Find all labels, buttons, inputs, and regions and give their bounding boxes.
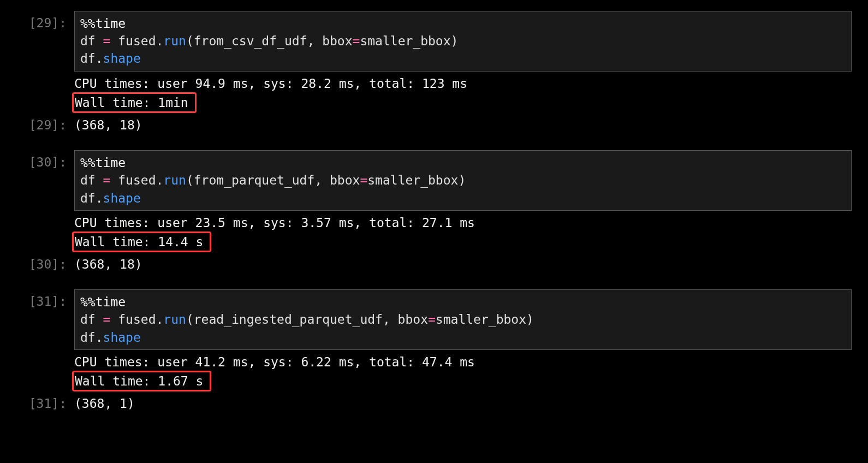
code-text: df (80, 173, 103, 187)
code-text: (from_parquet_udf, bbox (186, 173, 360, 187)
notebook-cell-group: [29]: %%time df = fused.run(from_csv_df_… (16, 11, 852, 134)
notebook-cell-group: [31]: %%time df = fused.run(read_ingeste… (16, 289, 852, 412)
code-text: fused. (110, 173, 163, 187)
operator: = (103, 173, 111, 187)
wall-time-line: Wall time: 1min (75, 96, 188, 110)
stdout-text: CPU times: user 23.5 ms, sys: 3.57 ms, t… (74, 214, 852, 252)
output-prompt: [30]: (16, 256, 74, 273)
code-input[interactable]: %%time df = fused.run(from_csv_df_udf, b… (74, 11, 852, 72)
stdout-row: CPU times: user 23.5 ms, sys: 3.57 ms, t… (16, 214, 852, 252)
code-text: df. (80, 191, 103, 205)
code-text: df. (80, 51, 103, 66)
code-input[interactable]: %%time df = fused.run(read_ingested_parq… (74, 289, 852, 350)
code-input-row: [29]: %%time df = fused.run(from_csv_df_… (16, 11, 852, 72)
cell-result: (368, 18) (74, 256, 852, 273)
cpu-times-line: CPU times: user 23.5 ms, sys: 3.57 ms, t… (74, 216, 475, 230)
stdout-text: CPU times: user 41.2 ms, sys: 6.22 ms, t… (74, 353, 852, 391)
operator: = (428, 312, 436, 327)
code-text: (read_ingested_parquet_udf, bbox (186, 312, 428, 327)
cpu-times-line: CPU times: user 94.9 ms, sys: 28.2 ms, t… (74, 76, 467, 91)
operator: = (103, 34, 111, 48)
code-text: smaller_bbox) (367, 173, 466, 187)
code-text: df (80, 34, 103, 48)
cell-result: (368, 1) (74, 395, 852, 412)
stdout-row: CPU times: user 94.9 ms, sys: 28.2 ms, t… (16, 75, 852, 113)
code-text: smaller_bbox) (360, 34, 458, 48)
code-input-row: [31]: %%time df = fused.run(read_ingeste… (16, 289, 852, 350)
magic-command: %%time (80, 295, 126, 309)
empty-prompt (16, 353, 74, 357)
magic-command: %%time (80, 156, 126, 170)
operator: = (103, 312, 111, 327)
code-text: (from_csv_df_udf, bbox (186, 34, 353, 48)
function-name: run (163, 312, 186, 327)
code-input[interactable]: %%time df = fused.run(from_parquet_udf, … (74, 150, 852, 211)
output-row: [30]: (368, 18) (16, 256, 852, 273)
notebook-cell-group: [30]: %%time df = fused.run(from_parquet… (16, 150, 852, 273)
code-text: smaller_bbox) (436, 312, 534, 327)
operator: = (353, 34, 360, 48)
code-text: fused. (110, 312, 163, 327)
empty-prompt (16, 214, 74, 217)
wall-time-line: Wall time: 14.4 s (75, 235, 203, 249)
code-input-row: [30]: %%time df = fused.run(from_parquet… (16, 150, 852, 211)
attribute: shape (103, 51, 141, 66)
cpu-times-line: CPU times: user 41.2 ms, sys: 6.22 ms, t… (74, 355, 475, 369)
wall-time-line: Wall time: 1.67 s (75, 374, 203, 388)
output-prompt: [29]: (16, 116, 74, 134)
function-name: run (163, 34, 186, 48)
code-text: df. (80, 330, 103, 345)
attribute: shape (103, 330, 141, 345)
wall-time-highlight: Wall time: 1.67 s (72, 371, 211, 391)
stdout-text: CPU times: user 94.9 ms, sys: 28.2 ms, t… (74, 75, 852, 113)
operator: = (360, 173, 367, 187)
magic-command: %%time (80, 16, 126, 31)
output-row: [31]: (368, 1) (16, 395, 852, 412)
stdout-row: CPU times: user 41.2 ms, sys: 6.22 ms, t… (16, 353, 852, 391)
output-prompt: [31]: (16, 395, 74, 412)
cell-result: (368, 18) (74, 116, 852, 134)
wall-time-highlight: Wall time: 14.4 s (72, 232, 211, 252)
input-prompt: [31]: (16, 289, 74, 310)
function-name: run (163, 173, 186, 187)
code-text: df (80, 312, 103, 327)
empty-prompt (16, 75, 74, 78)
input-prompt: [29]: (16, 11, 74, 32)
wall-time-highlight: Wall time: 1min (72, 92, 197, 113)
code-text: fused. (110, 34, 163, 48)
attribute: shape (103, 191, 141, 205)
input-prompt: [30]: (16, 150, 74, 171)
output-row: [29]: (368, 18) (16, 116, 852, 134)
